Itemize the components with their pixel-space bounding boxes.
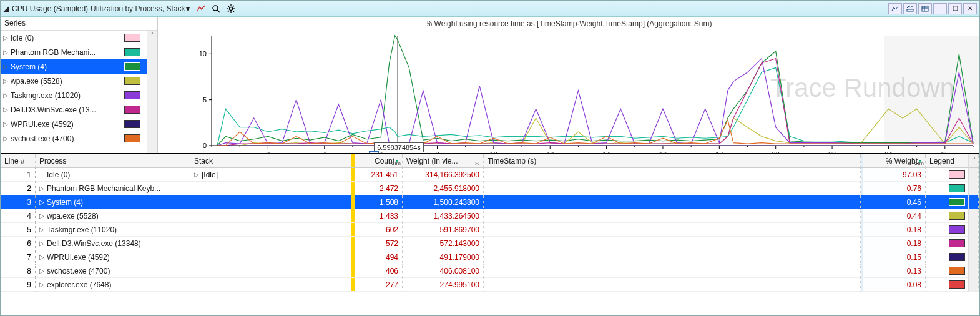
expand-icon[interactable]: ▷	[39, 199, 47, 205]
maximize-button[interactable]: ☐	[948, 3, 962, 14]
table-scrollbar[interactable]	[968, 278, 979, 292]
col-count[interactable]: Count▾1 Sum	[355, 154, 403, 168]
cell-legend	[926, 264, 968, 278]
color-swatch	[949, 280, 965, 289]
cell-legend	[926, 278, 968, 292]
col-timestamp[interactable]: TimeStamp (s)	[484, 154, 861, 168]
series-item[interactable]: ▷Phantom RGB Mechani...	[1, 45, 147, 59]
view-both-button[interactable]	[903, 3, 917, 14]
search-icon[interactable]	[209, 2, 223, 15]
color-swatch	[124, 48, 140, 56]
cell-stack[interactable]: ▷[Idle]	[190, 168, 351, 182]
expand-icon[interactable]: ▷	[3, 92, 9, 99]
expand-icon[interactable]: ▷	[3, 77, 9, 84]
series-item[interactable]: ▷Idle (0)	[1, 31, 147, 45]
table-scrollbar[interactable]	[968, 209, 979, 223]
expand-icon[interactable]: ▷	[39, 226, 47, 233]
expand-icon[interactable]: ▷	[39, 281, 47, 288]
cell-process[interactable]: ▷svchost.exe (4700)	[36, 264, 190, 278]
cell-stack[interactable]	[190, 237, 351, 250]
cell-stack[interactable]	[190, 195, 351, 209]
expand-icon[interactable]: ▷	[39, 185, 47, 192]
series-item[interactable]: ▷System (4)	[1, 59, 147, 74]
cell-process[interactable]: ▷explorer.exe (7648)	[36, 278, 190, 292]
expand-icon[interactable]: ▷	[3, 121, 9, 127]
series-label: wpa.exe (5528)	[9, 77, 124, 86]
cell-stack[interactable]	[190, 223, 351, 237]
svg-line-11	[233, 6, 234, 7]
col-weight[interactable]: Weight (in vie...S..	[403, 154, 484, 168]
col-pct-weight[interactable]: % Weight▾0 Sum	[863, 154, 926, 168]
table-scrollbar[interactable]	[968, 168, 979, 182]
preset-name[interactable]: Utilization by Process, Stack	[89, 4, 185, 13]
table-scrollbar[interactable]	[968, 182, 979, 195]
cell-count: 2,472	[355, 182, 403, 195]
scroll-up-icon[interactable]: ˄	[973, 157, 976, 165]
series-label: WPRUI.exe (4592)	[9, 120, 124, 129]
series-item[interactable]: ▷Taskmgr.exe (11020)	[1, 88, 147, 102]
expand-icon[interactable]: ▷	[3, 135, 9, 142]
table-scrollbar[interactable]	[968, 223, 979, 237]
cell-line: 8	[1, 264, 36, 278]
minimize-button[interactable]: —	[933, 3, 947, 14]
cell-line: 7	[1, 250, 36, 264]
cell-pct: 0.18	[863, 237, 926, 250]
close-button[interactable]: ✕	[963, 3, 977, 14]
table-scrollbar[interactable]	[968, 237, 979, 250]
cell-weight: 274.995100	[403, 278, 484, 292]
color-swatch	[124, 120, 140, 128]
expand-icon[interactable]: ▷	[3, 63, 9, 70]
preset-dropdown-icon[interactable]: ▾	[185, 4, 194, 13]
cell-count: 572	[355, 237, 403, 250]
col-process[interactable]: Process	[36, 154, 190, 168]
cell-process[interactable]: ▷Dell.D3.WinSvc.exe (13348)	[36, 237, 190, 250]
cell-stack[interactable]	[190, 209, 351, 223]
table-scrollbar[interactable]	[968, 250, 979, 264]
cell-process[interactable]: Idle (0)	[36, 168, 190, 182]
expand-icon[interactable]: ▷	[194, 171, 202, 178]
cell-line: 2	[1, 182, 36, 195]
expand-icon[interactable]: ▷	[39, 267, 47, 274]
color-swatch	[124, 91, 140, 99]
series-scrollbar[interactable]: ˄	[147, 31, 157, 153]
cell-process[interactable]: ▷Taskmgr.exe (11020)	[36, 223, 190, 237]
expand-icon[interactable]: ▷	[3, 106, 9, 113]
cell-stack[interactable]	[190, 264, 351, 278]
cell-line: 6	[1, 237, 36, 250]
series-item[interactable]: ▷svchost.exe (4700)	[1, 131, 147, 146]
chart-type-icon[interactable]	[194, 2, 208, 15]
cell-pct: 0.18	[863, 223, 926, 237]
table-scrollbar[interactable]	[968, 264, 979, 278]
cell-process[interactable]: ▷WPRUI.exe (4592)	[36, 250, 190, 264]
color-swatch	[949, 170, 965, 179]
collapse-toggle[interactable]: ◢	[3, 4, 11, 13]
series-item[interactable]: ▷wpa.exe (5528)	[1, 74, 147, 88]
chart-area[interactable]: % Weight using resource time as [TimeSta…	[158, 17, 979, 153]
cell-stack[interactable]	[190, 278, 351, 292]
cell-count: 1,433	[355, 209, 403, 223]
expand-icon[interactable]: ▷	[39, 254, 47, 260]
gear-icon[interactable]	[224, 2, 238, 15]
series-item[interactable]: ▷Dell.D3.WinSvc.exe (13...	[1, 102, 147, 117]
cell-process[interactable]: ▷System (4)	[36, 195, 190, 209]
scroll-up-icon[interactable]: ˄	[147, 31, 157, 41]
expand-icon[interactable]: ▷	[39, 240, 47, 247]
cell-legend	[926, 209, 968, 223]
col-stack[interactable]: Stack	[190, 154, 351, 168]
expand-icon[interactable]: ▷	[3, 34, 9, 41]
cell-stack[interactable]	[190, 182, 351, 195]
cell-process[interactable]: ▷wpa.exe (5528)	[36, 209, 190, 223]
col-line[interactable]: Line #	[1, 154, 36, 168]
cell-weight: 1,500.243800	[403, 195, 484, 209]
series-item[interactable]: ▷WPRUI.exe (4592)	[1, 117, 147, 131]
cell-pct: 97.03	[863, 168, 926, 182]
col-legend[interactable]: Legend	[926, 154, 968, 168]
expand-icon[interactable]: ▷	[39, 212, 47, 219]
cell-stack[interactable]	[190, 250, 351, 264]
view-table-button[interactable]	[918, 3, 932, 14]
expand-icon[interactable]: ▷	[3, 49, 9, 56]
cell-process[interactable]: ▷Phantom RGB Mechanical Keyb...	[36, 182, 190, 195]
table-scrollbar[interactable]	[968, 195, 979, 209]
cell-legend	[926, 223, 968, 237]
view-graph-button[interactable]	[888, 3, 902, 14]
